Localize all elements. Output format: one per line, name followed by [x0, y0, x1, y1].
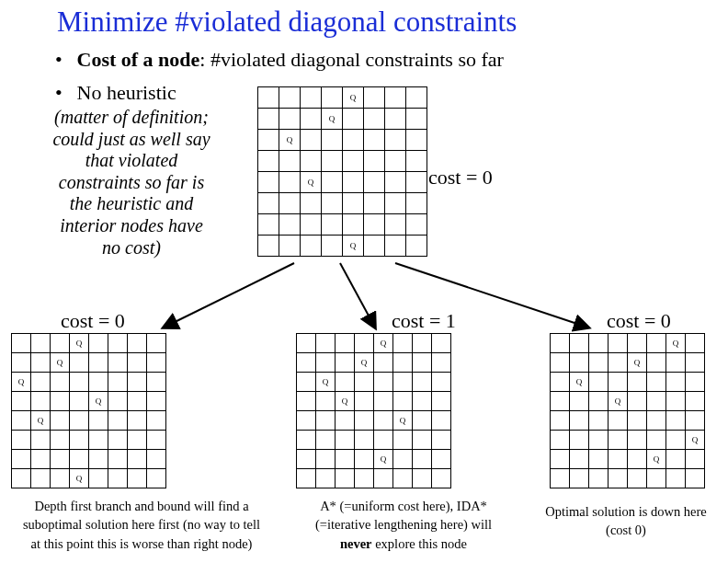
board-cell: [51, 431, 70, 450]
board-cell: [301, 193, 322, 214]
board-cell: [393, 373, 413, 392]
board-cell: [393, 392, 413, 411]
board-left: QQQQQQ: [11, 333, 166, 488]
queen-cell: Q: [31, 411, 51, 431]
board-cell: [322, 172, 343, 193]
slide-title: Minimize #violated diagonal constraints: [57, 6, 517, 39]
board-cell: [31, 469, 51, 488]
board-cell: [336, 450, 355, 469]
queen-cell: Q: [301, 172, 322, 193]
board-cell: [406, 193, 427, 214]
caption-left: Depth first branch and bound will find a…: [4, 497, 279, 553]
board-cell: [147, 411, 166, 431]
bullet-marker: •: [55, 48, 72, 72]
bullet-1-rest: : #violated diagonal constraints so far: [199, 48, 504, 71]
board-cell: [364, 172, 385, 193]
board-cell: [628, 411, 647, 431]
queen-cell: Q: [355, 353, 374, 373]
board-right: QQQQQQ: [550, 333, 705, 488]
board-cell: [279, 109, 301, 130]
board-cell: [364, 109, 385, 130]
board-cell: [666, 411, 686, 431]
queen-cell: Q: [374, 450, 393, 469]
board-cell: [258, 214, 279, 236]
board-cell: [406, 87, 427, 109]
board-cell: [628, 450, 647, 469]
board-cell: [374, 411, 393, 431]
board-cell: [336, 353, 355, 373]
queen-cell: Q: [70, 469, 89, 488]
caption-right: Optimal solution is down here(cost 0): [529, 502, 722, 540]
board-cell: [31, 373, 51, 392]
board-cell: [647, 373, 666, 392]
board-cell: [374, 373, 393, 392]
bullet-2: • No heuristic: [55, 81, 176, 105]
board-cell: [570, 392, 589, 411]
board-cell: [589, 373, 609, 392]
board-cell: [279, 151, 301, 172]
queen-cell: Q: [12, 373, 31, 392]
board-cell: [128, 431, 147, 450]
queen-cell: Q: [570, 373, 589, 392]
board-cell: [301, 151, 322, 172]
board-cell: [686, 392, 705, 411]
board-cell: [364, 214, 385, 236]
board-cell: [413, 469, 432, 488]
board-cell: [70, 411, 89, 431]
queen-cell: Q: [336, 392, 355, 411]
board-cell: [374, 353, 393, 373]
board-cell: [666, 373, 686, 392]
board-cell: [406, 109, 427, 130]
board-cell: [128, 392, 147, 411]
board-cell: [374, 392, 393, 411]
queen-cell: Q: [279, 130, 301, 151]
board-cell: [432, 392, 451, 411]
board-cell: [31, 431, 51, 450]
board-cell: [322, 214, 343, 236]
board-cell: [609, 373, 628, 392]
board-cell: [413, 411, 432, 431]
board-cell: [128, 353, 147, 373]
board-cell: [297, 431, 316, 450]
queen-cell: Q: [609, 392, 628, 411]
board-cell: [89, 450, 108, 469]
board-cell: [393, 469, 413, 488]
board-cell: [666, 392, 686, 411]
board-cell: [51, 392, 70, 411]
board-cell: [551, 450, 570, 469]
board-cell: [364, 87, 385, 109]
board-cell: [343, 193, 364, 214]
board-cell: [609, 431, 628, 450]
board-cell: [322, 193, 343, 214]
board-cell: [297, 392, 316, 411]
board-cell: [589, 431, 609, 450]
board-cell: [609, 469, 628, 488]
board-cell: [12, 392, 31, 411]
board-cell: [279, 236, 301, 257]
board-cell: [374, 431, 393, 450]
board-cell: [258, 130, 279, 151]
board-cell: [609, 353, 628, 373]
board-cell: [147, 450, 166, 469]
bullet-marker: •: [55, 81, 72, 105]
board-cell: [108, 469, 128, 488]
board-cell: [385, 236, 406, 257]
board-cell: [258, 172, 279, 193]
board-cell: [686, 353, 705, 373]
board-cell: [89, 353, 108, 373]
board-cell: [666, 353, 686, 373]
board-cell: [355, 411, 374, 431]
board-cell: [12, 353, 31, 373]
board-cell: [336, 373, 355, 392]
board-cell: [89, 469, 108, 488]
board-cell: [89, 411, 108, 431]
board-cell: [374, 469, 393, 488]
board-cell: [666, 450, 686, 469]
arrow-right: [395, 263, 588, 327]
board-cell: [301, 214, 322, 236]
board-cell: [406, 236, 427, 257]
board-cell: [413, 353, 432, 373]
bullet-1-bold: Cost of a node: [77, 48, 200, 71]
board-cell: [551, 411, 570, 431]
board-cell: [385, 87, 406, 109]
